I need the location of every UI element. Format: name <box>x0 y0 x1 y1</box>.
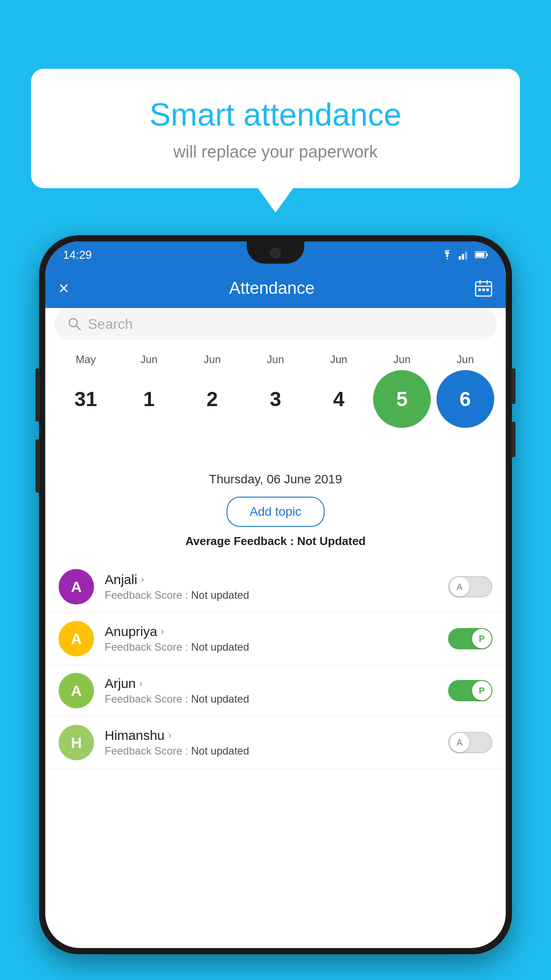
avatar-anupriya: A <box>59 621 94 656</box>
toggle-anjali[interactable]: A <box>448 576 492 597</box>
wifi-icon <box>441 250 453 260</box>
avg-feedback: Average Feedback : Not Updated <box>45 534 506 548</box>
student-score-anjali: Feedback Score : Not updated <box>105 589 437 601</box>
month-1: Jun <box>120 353 178 366</box>
toggle-knob-anjali: A <box>450 577 469 597</box>
svg-rect-5 <box>476 253 484 257</box>
chevron-icon-3: › <box>139 678 142 689</box>
student-score-arjun: Feedback Score : Not updated <box>105 693 437 705</box>
date-1[interactable]: 1 <box>120 370 178 428</box>
month-0: May <box>57 353 114 366</box>
date-31[interactable]: 31 <box>57 370 114 428</box>
svg-rect-2 <box>465 252 467 260</box>
month-4: Jun <box>310 353 368 366</box>
student-name-anupriya: Anupriya › <box>105 624 437 639</box>
toggle-anupriya[interactable]: P <box>448 628 492 649</box>
calendar: May Jun Jun Jun Jun Jun Jun 31 1 2 3 4 5… <box>45 348 506 431</box>
month-6: Jun <box>437 353 494 366</box>
search-placeholder: Search <box>88 316 133 332</box>
svg-rect-0 <box>459 256 461 260</box>
volume-down-button <box>511 422 516 457</box>
speech-bubble-subtitle: will replace your paperwork <box>67 142 484 162</box>
student-info-anupriya: Anupriya › Feedback Score : Not updated <box>105 624 437 653</box>
phone-screen: 14:29 <box>45 241 506 948</box>
svg-line-14 <box>76 326 80 330</box>
search-icon <box>67 317 82 331</box>
date-3[interactable]: 3 <box>247 370 304 428</box>
power-button <box>511 368 516 404</box>
toggle-himanshu[interactable]: A <box>448 732 492 753</box>
search-bar[interactable]: Search <box>54 308 497 340</box>
avatar-anjali: A <box>59 569 94 605</box>
student-info-arjun: Arjun › Feedback Score : Not updated <box>105 676 437 705</box>
student-name-himanshu: Himanshu › <box>105 728 437 743</box>
speech-bubble: Smart attendance will replace your paper… <box>31 69 520 188</box>
svg-rect-12 <box>486 288 489 291</box>
add-topic-button[interactable]: Add topic <box>227 497 325 527</box>
month-2: Jun <box>183 353 241 366</box>
date-6-selected[interactable]: 6 <box>437 370 494 428</box>
close-button[interactable]: × <box>59 279 69 297</box>
header-title: Attendance <box>229 279 315 298</box>
date-2[interactable]: 2 <box>183 370 241 428</box>
chevron-icon: › <box>141 574 144 585</box>
avatar-himanshu: H <box>59 725 94 760</box>
avg-feedback-value: Not Updated <box>297 534 366 548</box>
date-5-today[interactable]: 5 <box>373 370 431 428</box>
svg-rect-10 <box>478 288 481 291</box>
toggle-knob-himanshu: A <box>450 733 469 752</box>
student-item-anupriya[interactable]: A Anupriya › Feedback Score : Not update… <box>45 613 506 665</box>
toggle-knob-anupriya: P <box>472 629 492 648</box>
month-3: Jun <box>247 353 304 366</box>
student-name-anjali: Anjali › <box>105 572 437 587</box>
student-list: A Anjali › Feedback Score : Not updated … <box>45 561 506 948</box>
signal-icon <box>459 250 469 260</box>
svg-rect-11 <box>482 288 485 291</box>
calendar-icon[interactable] <box>475 279 492 297</box>
notch <box>247 241 304 264</box>
toggle-arjun[interactable]: P <box>448 680 492 701</box>
selected-date-label: Thursday, 06 June 2019 <box>45 472 506 486</box>
status-icons <box>441 250 488 260</box>
chevron-icon-4: › <box>168 730 171 741</box>
student-item-anjali[interactable]: A Anjali › Feedback Score : Not updated … <box>45 561 506 613</box>
calendar-months-row: May Jun Jun Jun Jun Jun Jun <box>50 348 501 368</box>
volume-down-button-2 <box>35 439 40 493</box>
toggle-knob-arjun: P <box>472 681 492 700</box>
phone-frame: 14:29 <box>39 235 512 954</box>
student-item-arjun[interactable]: A Arjun › Feedback Score : Not updated P <box>45 665 506 717</box>
chevron-icon-2: › <box>161 626 164 637</box>
svg-rect-4 <box>486 253 488 256</box>
student-score-himanshu: Feedback Score : Not updated <box>105 745 437 757</box>
student-info-himanshu: Himanshu › Feedback Score : Not updated <box>105 728 437 757</box>
volume-up-button <box>35 368 40 422</box>
student-info-anjali: Anjali › Feedback Score : Not updated <box>105 572 437 601</box>
speech-bubble-title: Smart attendance <box>67 95 484 134</box>
month-5: Jun <box>373 353 431 366</box>
speech-bubble-container: Smart attendance will replace your paper… <box>31 69 520 188</box>
calendar-dates-row: 31 1 2 3 4 5 6 <box>50 368 501 431</box>
svg-rect-1 <box>462 254 464 260</box>
app-header: × Attendance <box>45 268 506 308</box>
phone-container: 14:29 <box>39 235 512 980</box>
student-score-anupriya: Feedback Score : Not updated <box>105 641 437 653</box>
student-item-himanshu[interactable]: H Himanshu › Feedback Score : Not update… <box>45 717 506 769</box>
date-4[interactable]: 4 <box>310 370 368 428</box>
avatar-arjun: A <box>59 673 94 708</box>
avg-feedback-label: Average Feedback : <box>185 534 294 548</box>
battery-icon <box>475 251 488 259</box>
status-time: 14:29 <box>63 248 92 262</box>
student-name-arjun: Arjun › <box>105 676 437 691</box>
camera <box>270 248 281 258</box>
